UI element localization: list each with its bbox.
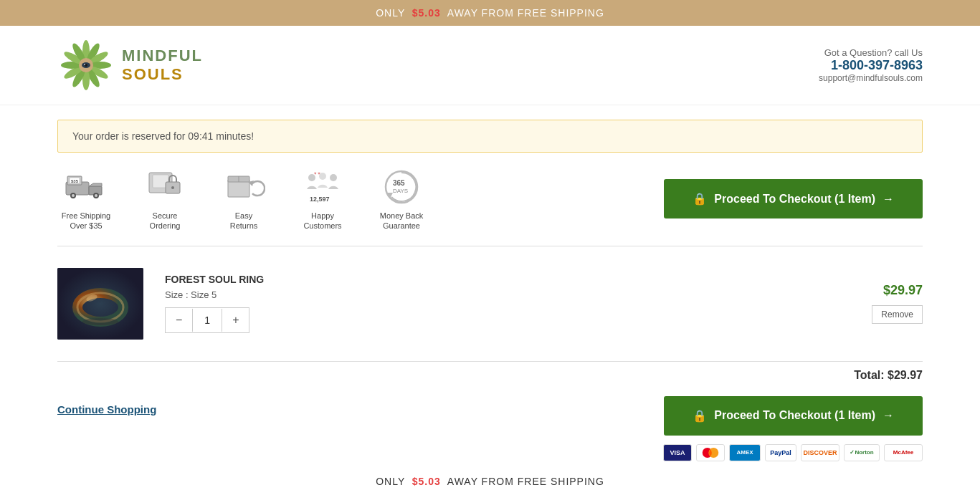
- checkout-button-top[interactable]: 🔒 Proceed To Checkout (1 Item) →: [664, 179, 923, 218]
- people-icon: ♥ ♥ 12,597: [301, 167, 344, 206]
- banner-text-after: AWAY FROM FREE SHIPPING: [447, 7, 604, 19]
- svg-point-29: [171, 186, 174, 189]
- banner-price: $5.03: [412, 7, 441, 19]
- product-name: FOREST SOUL RING: [165, 274, 857, 285]
- badge-money-back: 365 DAYS Money BackGuarantee: [373, 167, 430, 231]
- svg-point-25: [95, 194, 97, 197]
- checkout-button-top-label: Proceed To Checkout (1 Item): [714, 193, 875, 206]
- payment-icons: VISA AMEX PayPal DISCOVER ✓Norton McAfee: [663, 444, 923, 461]
- bottom-banner-before: ONLY: [376, 476, 405, 487]
- logo-text: MINDFUL SOULS: [122, 47, 203, 84]
- badge-easy-returns-label: EasyReturns: [230, 211, 258, 231]
- guarantee-icon: 365 DAYS: [380, 167, 423, 206]
- svg-point-39: [386, 171, 417, 203]
- badge-secure-ordering: SecureOrdering: [136, 167, 194, 231]
- bottom-row: Continue Shopping 🔒 Proceed To Checkout …: [57, 396, 923, 461]
- checkout-bottom: 🔒 Proceed To Checkout (1 Item) → VISA AM…: [663, 396, 923, 461]
- arrow-icon-bottom: →: [883, 409, 894, 422]
- remove-button[interactable]: Remove: [872, 305, 923, 324]
- badge-happy-customers: ♥ ♥ 12,597 HappyCustomers: [294, 167, 351, 231]
- returns-icon: [222, 167, 265, 206]
- quantity-decrease-button[interactable]: −: [166, 308, 192, 332]
- checkout-button-bottom[interactable]: 🔒 Proceed To Checkout (1 Item) →: [664, 396, 923, 436]
- badge-secure-ordering-label: SecureOrdering: [150, 211, 181, 231]
- cart-item-price-col: $29.97 Remove: [872, 283, 923, 324]
- reservation-text: Your order is reserved for 09:41 minutes…: [72, 130, 254, 142]
- divider-bottom: [57, 361, 923, 362]
- svg-text:$35: $35: [71, 178, 79, 183]
- badge-free-shipping: $35 Free ShippingOver $35: [57, 167, 115, 231]
- svg-text:12,597: 12,597: [310, 196, 330, 203]
- svg-rect-30: [228, 180, 249, 197]
- visa-icon: VISA: [663, 444, 692, 461]
- badge-money-back-label: Money BackGuarantee: [380, 211, 424, 231]
- trust-badges: $35 Free ShippingOver $35: [57, 167, 430, 231]
- logo-area: MINDFUL SOULS: [57, 37, 203, 94]
- svg-text:365: 365: [393, 179, 405, 187]
- product-image: [57, 268, 143, 340]
- divider-top: [57, 246, 923, 246]
- svg-text:DAYS: DAYS: [393, 188, 408, 194]
- badge-free-shipping-label: Free ShippingOver $35: [62, 211, 111, 231]
- email-address: support@mindfulsouls.com: [819, 73, 923, 83]
- quantity-increase-button[interactable]: +: [222, 308, 249, 332]
- lock-icon-bottom: 🔒: [693, 409, 707, 423]
- top-banner: ONLY $5.03 AWAY FROM FREE SHIPPING: [0, 0, 980, 26]
- total-label: Total: $29.97: [854, 369, 923, 381]
- banner-text-before: ONLY: [376, 7, 405, 19]
- logo-icon: [57, 37, 115, 94]
- lock-icon-top: 🔒: [693, 192, 707, 206]
- cart-item-price: $29.97: [883, 283, 923, 298]
- logo-mindful: MINDFUL: [122, 47, 203, 65]
- svg-rect-43: [57, 268, 143, 340]
- svg-point-47: [82, 318, 118, 325]
- arrow-icon-top: →: [883, 193, 894, 206]
- phone-number: 1-800-397-8963: [819, 58, 923, 73]
- reservation-bar: Your order is reserved for 09:41 minutes…: [57, 120, 923, 153]
- bottom-banner-price: $5.03: [412, 476, 441, 487]
- svg-point-23: [72, 194, 75, 197]
- svg-point-36: [330, 174, 337, 181]
- bottom-banner-after: AWAY FROM FREE SHIPPING: [447, 476, 604, 487]
- total-row: Total: $29.97: [57, 369, 923, 382]
- svg-marker-21: [89, 183, 102, 186]
- contact-info: Got a Question? call Us 1-800-397-8963 s…: [819, 47, 923, 83]
- lock-icon: [143, 167, 186, 206]
- paypal-icon: PayPal: [765, 444, 796, 461]
- badge-easy-returns: EasyReturns: [215, 167, 272, 231]
- trust-checkout-row: $35 Free ShippingOver $35: [57, 167, 923, 231]
- amex-icon: AMEX: [729, 444, 761, 461]
- mastercard-icon: [696, 444, 725, 461]
- mcafee-icon: McAfee: [884, 444, 923, 461]
- svg-point-15: [84, 64, 85, 65]
- contact-question: Got a Question? call Us: [819, 47, 923, 58]
- product-details: FOREST SOUL RING Size : Size 5 − 1 +: [158, 274, 857, 333]
- svg-text:♥ ♥: ♥ ♥: [314, 171, 320, 176]
- truck-icon: $35: [65, 167, 108, 206]
- bottom-shipping-banner: ONLY $5.03 AWAY FROM FREE SHIPPING: [57, 476, 923, 487]
- quantity-control: − 1 +: [165, 307, 249, 333]
- badge-happy-customers-label: HappyCustomers: [303, 211, 341, 231]
- cart-item: FOREST SOUL RING Size : Size 5 − 1 + $29…: [57, 261, 923, 347]
- logo-souls: SOULS: [122, 65, 203, 84]
- norton-icon: ✓Norton: [844, 444, 880, 461]
- product-size: Size : Size 5: [165, 289, 857, 300]
- continue-shopping-link[interactable]: Continue Shopping: [57, 403, 156, 415]
- quantity-value: 1: [192, 309, 222, 332]
- header: MINDFUL SOULS Got a Question? call Us 1-…: [0, 26, 980, 105]
- discover-icon: DISCOVER: [801, 444, 839, 461]
- checkout-button-bottom-label: Proceed To Checkout (1 Item): [714, 409, 875, 422]
